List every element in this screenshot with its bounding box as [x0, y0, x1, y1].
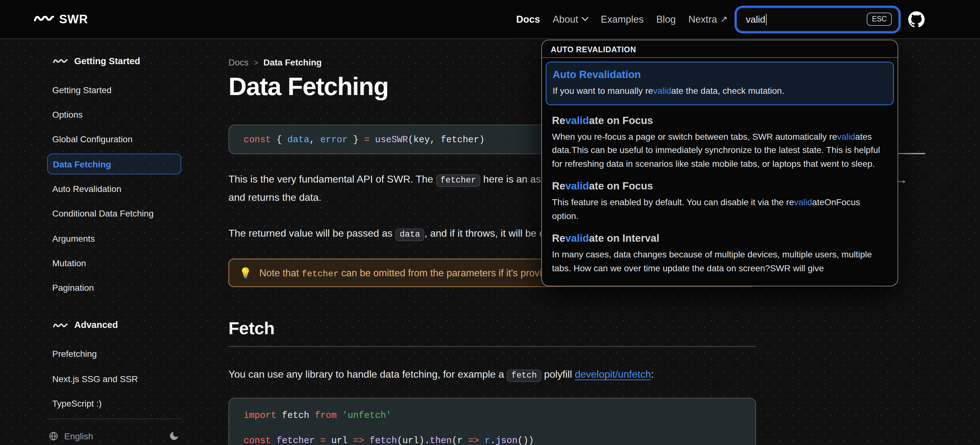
- sidebar-item-conditional-data-fetching[interactable]: Conditional Data Fetching: [47, 203, 181, 224]
- search-result-2[interactable]: Revalidate on FocusWhen you re-focus a p…: [546, 113, 894, 170]
- nav-link-nextra[interactable]: Nextra↗: [688, 14, 728, 25]
- external-link-icon: ↗: [721, 14, 728, 24]
- wave-icon: [53, 57, 68, 64]
- search-input[interactable]: valid ESC: [737, 7, 899, 31]
- search-result-title: Revalidate on Focus: [552, 179, 888, 192]
- code-line: const fetcher = url => fetch(url).then(r…: [243, 434, 741, 445]
- breadcrumb-current: Data Fetching: [263, 57, 321, 67]
- logo[interactable]: SWR: [34, 12, 88, 26]
- lightbulb-icon: 💡: [239, 267, 252, 279]
- nav-link-docs[interactable]: Docs: [516, 14, 540, 25]
- code-line: [243, 422, 741, 434]
- sidebar-section-advanced[interactable]: Advanced: [47, 315, 181, 335]
- search-highlight: valid: [565, 232, 589, 243]
- link-developit-unfetch[interactable]: developit/unfetch: [575, 369, 651, 380]
- search-result-title: Revalidate on Interval: [552, 231, 888, 245]
- breadcrumb-docs[interactable]: Docs: [229, 57, 249, 67]
- nav-link-blog[interactable]: Blog: [656, 14, 676, 25]
- sidebar-item-prefetching[interactable]: Prefetching: [47, 344, 181, 364]
- search-highlight: valid: [653, 86, 671, 96]
- search-result-description: In many cases, data changes because of m…: [552, 248, 888, 275]
- sidebar-item-data-fetching[interactable]: Data Fetching: [47, 154, 181, 174]
- code-line: import fetch from 'unfetch': [243, 409, 741, 422]
- sidebar-item-typescript[interactable]: TypeScript :): [47, 393, 181, 414]
- sidebar-footer: English: [47, 426, 181, 445]
- swr-wave-icon: [34, 13, 54, 25]
- moon-icon[interactable]: [169, 431, 181, 441]
- nav-link-about[interactable]: About: [553, 14, 588, 25]
- language-label: English: [64, 431, 93, 441]
- search-highlight: valid: [837, 131, 855, 141]
- paragraph-fetch-libraries: You can use any library to handle data f…: [229, 366, 756, 384]
- divider: [47, 418, 181, 419]
- search-results-section-header: AUTO REVALIDATION: [551, 45, 889, 54]
- search-highlight: valid: [794, 197, 812, 207]
- search-result-3[interactable]: Revalidate on FocusThis feature is enabl…: [546, 179, 894, 223]
- sidebar: Getting StartedGetting StartedOptionsGlo…: [47, 50, 181, 445]
- search-highlight: valid: [565, 114, 589, 126]
- search-result-description: This feature is enabled by default. You …: [552, 196, 888, 223]
- sidebar-item-next-js-ssg-and-ssr[interactable]: Next.js SSG and SSR: [47, 369, 181, 389]
- code-line: const { data, error } = useSWR(key, fetc…: [243, 133, 485, 146]
- logo-text: SWR: [59, 12, 88, 26]
- sidebar-item-getting-started[interactable]: Getting Started: [47, 79, 181, 100]
- inline-code: data: [395, 229, 425, 241]
- search-result-1[interactable]: Auto RevalidationIf you want to manually…: [546, 62, 894, 105]
- chevron-down-icon: [581, 17, 588, 21]
- search-highlight: valid: [565, 180, 589, 191]
- inline-code: fetcher: [301, 269, 339, 278]
- sidebar-section-label: Advanced: [74, 320, 118, 330]
- sidebar-item-options[interactable]: Options: [47, 104, 181, 125]
- search-result-description: When you re-focus a page or switch betwe…: [552, 130, 888, 170]
- sidebar-section-getting-started[interactable]: Getting Started: [47, 50, 181, 71]
- code-block-unfetch: import fetch from 'unfetch' const fetche…: [229, 398, 756, 445]
- text-caret: [766, 14, 767, 25]
- nav-link-examples[interactable]: Examples: [601, 14, 644, 25]
- chevron-right-icon: >: [254, 57, 258, 67]
- search-result-title: Auto Revalidation: [553, 67, 887, 81]
- search-result-4[interactable]: Revalidate on IntervalIn many cases, dat…: [546, 231, 894, 275]
- sidebar-section-label: Getting Started: [74, 56, 140, 66]
- sidebar-item-mutation[interactable]: Mutation: [47, 253, 181, 273]
- search-result-title: Revalidate on Focus: [552, 113, 888, 127]
- search-results-dropdown: AUTO REVALIDATION Auto RevalidationIf yo…: [541, 40, 898, 286]
- nav-links: DocsAboutExamplesBlogNextra↗: [516, 14, 728, 25]
- search-result-description: If you want to manually revalidate the d…: [553, 84, 887, 98]
- wave-icon: [53, 321, 68, 328]
- search-value: valid: [746, 14, 765, 25]
- globe-icon: [48, 431, 59, 441]
- sidebar-item-global-configuration[interactable]: Global Configuration: [47, 129, 181, 150]
- language-switcher[interactable]: English: [47, 431, 93, 441]
- sidebar-item-auto-revalidation[interactable]: Auto Revalidation: [47, 178, 181, 199]
- inline-code: fetcher: [436, 174, 480, 187]
- navbar: SWR DocsAboutExamplesBlogNextra↗ valid E…: [0, 0, 980, 39]
- sidebar-item-arguments[interactable]: Arguments: [47, 228, 181, 249]
- section-heading-fetch: Fetch: [229, 318, 756, 347]
- inline-code: fetch: [507, 369, 541, 382]
- page: SWR DocsAboutExamplesBlogNextra↗ valid E…: [0, 0, 980, 445]
- github-icon[interactable]: [908, 11, 924, 27]
- sidebar-item-pagination[interactable]: Pagination: [47, 277, 181, 298]
- toc-divider-fragment: [897, 153, 925, 154]
- esc-key-badge[interactable]: ESC: [867, 13, 892, 26]
- search-results-list: Auto RevalidationIf you want to manually…: [542, 58, 897, 279]
